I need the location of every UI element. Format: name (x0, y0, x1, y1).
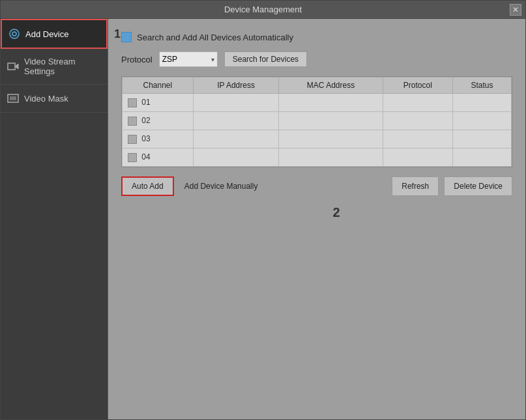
bottom-buttons: Auto Add Add Device Manually Refresh Del… (121, 176, 512, 196)
ip-cell (193, 130, 279, 148)
table-row[interactable]: 04 (123, 148, 512, 167)
status-cell (453, 112, 512, 130)
channel-cell: 03 (123, 130, 194, 148)
delete-device-button[interactable]: Delete Device (444, 176, 512, 196)
protocol-cell (383, 148, 452, 167)
svg-rect-5 (10, 96, 16, 100)
annotation-2-row: 2 (121, 205, 512, 220)
channel-cell: 01 (123, 94, 194, 112)
protocol-cell (383, 112, 452, 130)
protocol-value: ZSP (162, 55, 177, 64)
sidebar-item-video-mask[interactable]: Video Mask (1, 85, 108, 113)
annotation-2: 2 (332, 205, 340, 220)
protocol-cell (383, 130, 452, 148)
protocol-select[interactable]: ZSP ▾ (159, 51, 218, 67)
sidebar-item-label: Video Stream Settings (24, 57, 101, 76)
mac-cell (279, 94, 383, 112)
sidebar-item-label: Video Mask (24, 94, 68, 104)
sidebar-item-add-device[interactable]: Add Device 1 (1, 19, 108, 49)
dropdown-arrow-icon: ▾ (211, 56, 214, 63)
content-area: Search and Add All Devices Automatically… (108, 19, 525, 419)
row-icon (128, 98, 137, 107)
annotation-1: 1 (114, 27, 121, 41)
sidebar-item-label: Add Device (25, 29, 68, 39)
mac-cell (279, 148, 383, 167)
col-status: Status (453, 77, 512, 94)
camera-icon (8, 28, 20, 40)
row-icon (128, 135, 137, 144)
table-row[interactable]: 02 (123, 112, 512, 130)
add-manually-button[interactable]: Add Device Manually (179, 182, 263, 191)
ip-cell (193, 94, 279, 112)
title-bar: Device Management ✕ (1, 1, 525, 19)
ip-cell (193, 112, 279, 130)
row-icon (128, 153, 137, 162)
sidebar-item-video-stream[interactable]: Video Stream Settings (1, 49, 108, 85)
status-cell (453, 148, 512, 167)
col-mac: MAC Address (279, 77, 383, 94)
col-channel: Channel (123, 77, 194, 94)
sidebar: Add Device 1 Video Stream Settings (1, 19, 108, 419)
channel-cell: 04 (123, 148, 194, 167)
channel-cell: 02 (123, 112, 194, 130)
ip-cell (193, 148, 279, 167)
window-title: Device Management (224, 5, 302, 14)
main-layout: Add Device 1 Video Stream Settings (1, 19, 525, 419)
table-row[interactable]: 03 (123, 130, 512, 148)
device-table: Channel IP Address MAC Address Protocol … (121, 76, 512, 167)
auto-search-checkbox[interactable] (121, 32, 132, 42)
refresh-button[interactable]: Refresh (392, 176, 439, 196)
auto-search-row: Search and Add All Devices Automatically (121, 32, 512, 42)
auto-search-label: Search and Add All Devices Automatically (137, 33, 293, 42)
mask-icon (7, 92, 19, 104)
row-icon (128, 117, 137, 126)
auto-add-button[interactable]: Auto Add (121, 176, 174, 196)
mac-cell (279, 112, 383, 130)
search-devices-button[interactable]: Search for Devices (224, 51, 307, 67)
close-button[interactable]: ✕ (510, 4, 521, 16)
protocol-label: Protocol (121, 55, 153, 64)
col-ip: IP Address (193, 77, 279, 94)
svg-point-0 (10, 29, 19, 38)
status-cell (453, 94, 512, 112)
table-row[interactable]: 01 (123, 94, 512, 112)
device-management-window: Device Management ✕ Add Device 1 (0, 0, 526, 420)
protocol-row: Protocol ZSP ▾ Search for Devices (121, 51, 512, 67)
mac-cell (279, 130, 383, 148)
video-icon (7, 61, 19, 72)
svg-rect-2 (8, 63, 15, 70)
svg-point-1 (12, 32, 16, 36)
col-protocol: Protocol (383, 77, 452, 94)
status-cell (453, 130, 512, 148)
protocol-cell (383, 94, 452, 112)
